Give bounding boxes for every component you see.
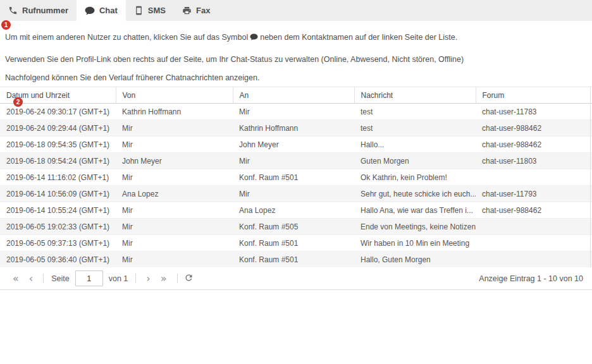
table-row[interactable]: 2019-06-18 09:54:35 (GMT+1)MirJohn Meyer… [0,136,592,153]
table-cell: Mir [233,104,354,120]
table-cell: Ok Kathrin, kein Problem! [354,169,476,186]
toolbar-separator [43,274,44,283]
panel-right-border [590,87,591,290]
next-page-button[interactable]: › [144,274,152,284]
table-cell: Sehr gut, heute schicke ich euch... [354,186,476,202]
toolbar-separator [135,274,136,283]
table-row[interactable]: 2019-06-05 19:02:33 (GMT+1)MirKonf. Raum… [0,219,592,235]
table-cell: chat-user-11783 [476,104,592,120]
table-cell: Ana Lopez [116,186,233,202]
table-cell: chat-user-988462 [476,120,592,136]
table-cell: Wir haben in 10 Min ein Meeting [354,235,476,252]
table-cell: Hallo Ana, wie war das Treffen i... [354,202,476,219]
chat-bubble-icon [250,32,258,44]
pagination-toolbar: « ‹ Seite von 1 › » Anzeige Eintrag 1 - … [0,267,592,290]
table-row[interactable]: 2019-06-14 10:55:24 (GMT+1)MirAna LopezH… [0,202,592,219]
table-cell: Konf. Raum #501 [233,235,354,252]
table-row[interactable]: 2019-06-14 10:56:09 (GMT+1)Ana LopezMirS… [0,186,592,202]
tab-rufnummer[interactable]: Rufnummer [0,0,77,21]
column-header-nachricht[interactable]: Nachricht [354,87,476,104]
table-row[interactable]: 2019-06-14 11:16:02 (GMT+1)MirKonf. Raum… [0,169,592,186]
table-cell [476,252,592,268]
last-page-button[interactable]: » [158,274,170,284]
table-cell: Mir [116,219,233,235]
table-cell: 2019-06-05 09:36:40 (GMT+1) [0,252,116,268]
display-range-status: Anzeige Eintrag 1 - 10 von 10 [479,274,584,283]
table-cell: Ende von Meetings, keine Notizen [354,219,476,235]
toolbar-separator [177,274,178,283]
chat-bubble-icon [85,6,95,15]
fax-printer-icon [182,6,192,15]
refresh-icon [184,273,194,284]
table-cell: Hallo... [354,136,476,153]
table-cell: Kathrin Hoffmann [233,120,354,136]
table-cell: Mir [116,252,233,268]
instruction-line-3: Nachfolgend können Sie den Verlauf frühe… [5,72,587,83]
table-row[interactable]: 2019-06-05 09:37:13 (GMT+1)MirKonf. Raum… [0,235,592,252]
table-cell: Mir [116,120,233,136]
table-cell: 2019-06-18 09:54:24 (GMT+1) [0,153,116,169]
table-cell: 2019-06-05 19:02:33 (GMT+1) [0,219,116,235]
table-row[interactable]: 2019-06-18 09:54:24 (GMT+1)John MeyerMir… [0,153,592,169]
table-row[interactable]: 2019-06-24 09:29:44 (GMT+1)MirKathrin Ho… [0,120,592,136]
table-cell: Konf. Raum #501 [233,169,354,186]
table-cell: Konf. Raum #505 [233,219,354,235]
phone-icon [8,6,18,15]
instruction-line-1: Um mit einem anderen Nutzer zu chatten, … [5,32,587,44]
table-cell: 2019-06-24 09:29:44 (GMT+1) [0,120,116,136]
tab-fax[interactable]: Fax [174,0,218,21]
table-cell: Konf. Raum #501 [233,252,354,268]
tab-label: Rufnummer [22,6,68,15]
table-cell: test [354,120,476,136]
tab-sms[interactable]: SMS [126,0,174,21]
table-row[interactable]: 2019-06-05 09:36:40 (GMT+1)MirKonf. Raum… [0,252,592,268]
table-cell: John Meyer [116,153,233,169]
table-cell: Mir [233,153,354,169]
table-cell: John Meyer [233,136,354,153]
table-cell: Mir [116,235,233,252]
table-cell: Mir [116,202,233,219]
smartphone-icon [134,6,144,15]
page-label: Seite [51,274,70,283]
tab-label: Fax [196,6,210,15]
tab-bar: Rufnummer Chat SMS Fax [0,0,592,21]
table-cell: chat-user-11793 [476,186,592,202]
table-header-row: Datum und Uhrzeit Von An Nachricht Forum [0,87,592,104]
table-cell: Mir [116,136,233,153]
table-cell: 2019-06-18 09:54:35 (GMT+1) [0,136,116,153]
table-cell: 2019-06-14 10:56:09 (GMT+1) [0,186,116,202]
table-cell [476,169,592,186]
table-cell: chat-user-11803 [476,153,592,169]
table-cell: Guten Morgen [354,153,476,169]
table-cell: 2019-06-05 09:37:13 (GMT+1) [0,235,116,252]
table-cell: Ana Lopez [233,202,354,219]
table-row[interactable]: 2019-06-24 09:30:17 (GMT+1)Kathrin Hoffm… [0,104,592,120]
prev-page-button[interactable]: ‹ [27,274,35,284]
tab-label: SMS [148,6,166,15]
refresh-button[interactable] [184,273,194,284]
table-cell [476,219,592,235]
chat-instructions: Um mit einem anderen Nutzer zu chatten, … [0,21,592,94]
column-header-forum[interactable]: Forum [476,87,592,104]
chat-history-body: 2019-06-24 09:30:17 (GMT+1)Kathrin Hoffm… [0,104,592,268]
table-cell: test [354,104,476,120]
table-cell: Kathrin Hoffmann [116,104,233,120]
page-number-input[interactable] [75,270,103,286]
table-cell: 2019-06-14 10:55:24 (GMT+1) [0,202,116,219]
column-header-von[interactable]: Von [116,87,233,104]
annotation-badge-2: 2 [13,97,23,107]
table-cell: chat-user-988462 [476,202,592,219]
instruction-line-2: Verwenden Sie den Profil-Link oben recht… [5,54,587,65]
table-cell: 2019-06-14 11:16:02 (GMT+1) [0,169,116,186]
column-header-an[interactable]: An [233,87,354,104]
page-count-label: von 1 [109,274,128,283]
table-cell: Hallo, Guten Morgen [354,252,476,268]
tab-label: Chat [99,6,118,15]
table-cell: Mir [116,169,233,186]
table-cell: Mir [233,186,354,202]
annotation-badge-1: 1 [1,20,11,30]
tab-chat[interactable]: Chat [77,0,126,21]
table-cell [476,235,592,252]
first-page-button[interactable]: « [10,274,22,284]
chat-history-table: Datum und Uhrzeit Von An Nachricht Forum… [0,87,592,268]
